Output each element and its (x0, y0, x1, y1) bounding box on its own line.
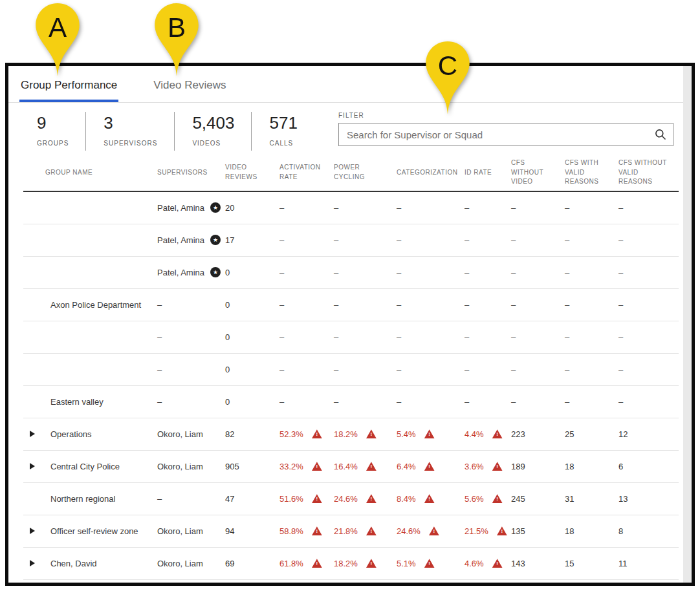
metric-cell: – (334, 203, 397, 213)
metric-cell: 15 (565, 559, 618, 568)
metric-cell: – (465, 332, 511, 342)
metric-cell: 8 (618, 526, 679, 536)
metric-cell: 0 (225, 300, 279, 310)
stat-groups: 9 GROUPS (19, 112, 86, 151)
group-name-cell: Central City Police (45, 462, 157, 471)
metric-cell: 47 (225, 494, 279, 504)
metric-value: 52.3% (279, 429, 303, 439)
warning-icon: ! (312, 462, 322, 471)
metric-value: 51.6% (279, 494, 303, 504)
table-row: Axon Police Department–0––––––– (23, 289, 679, 321)
tab-video-reviews[interactable]: Video Reviews (152, 79, 227, 102)
metric-cell: 905 (225, 462, 279, 471)
metric-value: 24.6% (334, 494, 358, 504)
metric-cell: 13 (618, 494, 679, 504)
warning-icon: ! (366, 559, 377, 568)
metric-cell: 25 (565, 429, 618, 439)
expander-cell (23, 429, 45, 439)
supervisor-name: Okoro, Liam (157, 429, 203, 439)
search-input[interactable] (338, 123, 673, 146)
table-row: Officer self-review zoneOkoro, Liam9458.… (23, 515, 679, 548)
supervisor-name: – (157, 494, 162, 504)
metric-value: 61.8% (279, 559, 303, 568)
metric-cell: – (465, 268, 511, 277)
supervisor-cell: Okoro, Liam (157, 526, 225, 536)
metric-value: 33.2% (279, 462, 303, 471)
metric-cell-warning: 58.8%! (279, 526, 334, 536)
group-name-cell: Officer self-review zone (45, 526, 157, 536)
table-row: –0––––––– (23, 321, 679, 354)
metric-cell: – (465, 300, 511, 310)
search-icon[interactable] (654, 128, 667, 141)
warning-icon: ! (492, 429, 503, 438)
stat-value: 3 (104, 113, 157, 133)
metric-cell: 20 (225, 203, 279, 213)
supervisor-name: Okoro, Liam (157, 559, 203, 568)
star-badge-icon: ★ (210, 202, 221, 213)
warning-icon: ! (312, 559, 322, 568)
expand-row-button[interactable] (30, 528, 35, 534)
metric-cell: 0 (225, 268, 279, 277)
metric-value: 4.6% (465, 559, 484, 568)
metric-cell: – (565, 397, 618, 407)
tab-bar: Group Performance Video Reviews (8, 66, 692, 103)
table-row: Patel, Amina★17––––––– (23, 224, 679, 257)
metric-cell: – (397, 235, 465, 245)
scroll-gutter (683, 66, 692, 583)
metric-cell: – (511, 397, 565, 407)
warning-icon: ! (429, 526, 439, 535)
metric-cell: 18 (565, 526, 618, 536)
metric-cell-warning: 61.8%! (279, 559, 334, 568)
warning-icon: ! (492, 462, 503, 471)
tab-group-performance[interactable]: Group Performance (19, 79, 118, 102)
metric-cell: – (565, 268, 618, 277)
metric-cell-warning: 33.2%! (279, 462, 334, 471)
metric-cell: – (279, 235, 334, 245)
metric-cell: – (397, 332, 465, 342)
metric-cell: – (279, 300, 334, 310)
warning-icon: ! (366, 462, 377, 471)
metric-value: 18.2% (334, 559, 358, 568)
stat-label: SUPERVISORS (104, 140, 157, 147)
stat-label: CALLS (269, 140, 297, 147)
callout-letter: A (49, 12, 67, 43)
supervisor-name: Okoro, Liam (157, 462, 203, 471)
metric-cell: – (618, 332, 679, 342)
warning-icon: ! (492, 494, 503, 503)
supervisor-cell: Patel, Amina★ (157, 235, 225, 245)
metric-cell: – (618, 365, 679, 374)
metric-cell: – (618, 235, 679, 245)
supervisor-cell: – (157, 494, 225, 504)
metric-cell: 17 (225, 235, 279, 245)
column-header: GROUP NAME (45, 168, 157, 178)
supervisor-cell: – (157, 300, 225, 310)
group-name-cell: Chen, David (45, 559, 157, 568)
metric-cell: 12 (618, 429, 679, 439)
expand-row-button[interactable] (30, 463, 35, 469)
metric-cell: 143 (511, 559, 565, 568)
metric-cell: – (279, 397, 334, 407)
stat-label: GROUPS (37, 140, 69, 147)
group-name-cell: Northern regional (45, 494, 157, 504)
metric-cell: – (334, 235, 397, 245)
callout-pin-c: C (424, 41, 471, 116)
metric-value: 5.4% (397, 429, 416, 439)
expand-row-button[interactable] (30, 431, 35, 437)
metric-cell: – (397, 365, 465, 374)
metric-cell: – (565, 365, 618, 374)
metric-cell-warning: 4.6%! (465, 559, 511, 568)
stat-calls: 571 CALLS (252, 112, 314, 151)
metric-cell-warning: 24.6%! (397, 526, 465, 536)
metric-cell: – (565, 235, 618, 245)
table-row: Patel, Amina★0––––––– (23, 257, 679, 289)
callout-pin-b: B (153, 3, 200, 78)
expander-cell (23, 462, 45, 471)
callout-letter: C (438, 50, 457, 81)
metric-cell: 31 (565, 494, 618, 504)
expand-row-button[interactable] (30, 560, 35, 566)
metric-cell: – (334, 365, 397, 374)
supervisor-cell: Patel, Amina★ (157, 202, 225, 213)
metric-cell: – (565, 332, 618, 342)
table-row: Northern regional–4751.6%!24.6%!8.4%!5.6… (23, 483, 679, 515)
metric-cell: – (334, 397, 397, 407)
